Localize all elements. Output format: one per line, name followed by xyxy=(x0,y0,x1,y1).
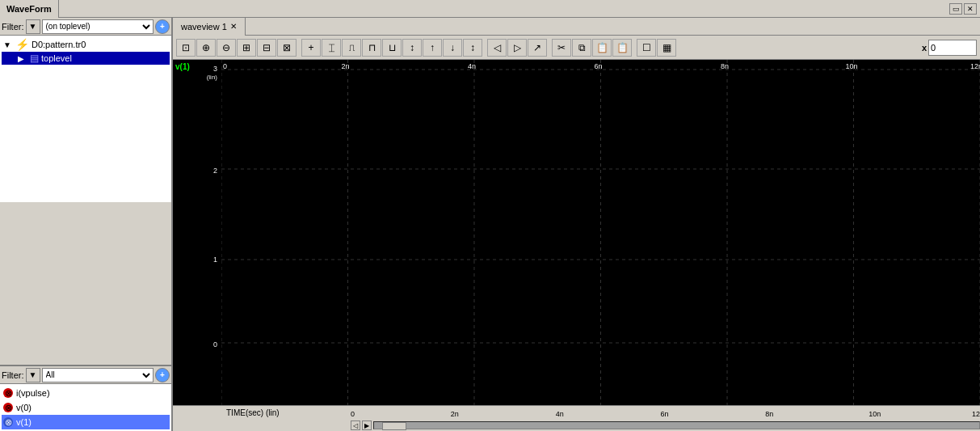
signal-y-label: v(1) xyxy=(175,61,191,72)
right-panel: waveview 1 ✕ ⊡ ⊕ ⊖ ⊞ ⊟ ⊠ + ⌶ ⎍ ⊓ ⊔ ↕ ↑ ↓… xyxy=(173,18,980,431)
left-spacer xyxy=(0,202,171,366)
signal-dot-ivpulse: ⊗ xyxy=(3,388,13,398)
signal-item-v1[interactable]: ⊗ v(1) xyxy=(2,415,170,429)
signal-dot-v0: ⊗ xyxy=(3,403,13,412)
title-bar: WaveForm ▭ ✕ xyxy=(0,0,980,18)
zoom-in-x-button[interactable]: ⊞ xyxy=(237,39,256,57)
toolbar: ⊡ ⊕ ⊖ ⊞ ⊟ ⊠ + ⌶ ⎍ ⊓ ⊔ ↕ ↑ ↓ ↕ ◁ ▷ ↗ ✂ ⧉ … xyxy=(173,36,980,60)
svg-text:3: 3 xyxy=(213,65,217,73)
cursor-prev-button[interactable]: ◁ xyxy=(487,39,507,57)
scrollbar-row: ◁ ▶ xyxy=(173,420,980,431)
cursor-both-button[interactable]: ↕ xyxy=(463,39,482,57)
scrollbar-left-spacer xyxy=(173,420,351,431)
filter-menu-button-bottom[interactable]: ▼ xyxy=(26,368,40,382)
scrollbar-area: ◁ ▶ xyxy=(351,420,980,431)
x-input-group: x xyxy=(922,40,977,56)
svg-text:0: 0 xyxy=(213,340,217,349)
time-axis-text: TIME(sec) (lin) xyxy=(176,408,280,417)
tree-expand-toplevel[interactable]: ▶ xyxy=(18,54,27,63)
zoom-out-button[interactable]: ⊖ xyxy=(217,39,236,57)
svg-text:8n: 8n xyxy=(765,410,773,418)
cursor-down-button[interactable]: ⊔ xyxy=(382,39,402,57)
svg-text:12n: 12n xyxy=(970,62,980,70)
tree-item-toplevel[interactable]: ▶ ▤ toplevel xyxy=(2,52,170,65)
cursor-vert-button[interactable]: ↕ xyxy=(402,39,422,57)
filter-dropdown-bottom[interactable]: All xyxy=(42,368,154,382)
x-label: x xyxy=(922,43,927,53)
cursor-next-button[interactable]: ▷ xyxy=(507,39,527,57)
cursor-rise-button[interactable]: ↑ xyxy=(423,39,442,57)
cursor-fall-button[interactable]: ↓ xyxy=(443,39,462,57)
time-ticks-svg: 0 2n 4n 6n 8n 10n 12n xyxy=(351,406,980,420)
time-axis-label: TIME(sec) (lin) xyxy=(173,406,351,420)
filter-label-bottom: Filter: xyxy=(2,370,24,380)
wave-opts-button[interactable]: ▦ xyxy=(657,39,676,57)
zoom-out-x-button[interactable]: ⊟ xyxy=(257,39,276,57)
tree-label-toplevel: toplevel xyxy=(41,53,72,63)
cut-button[interactable]: ✂ xyxy=(552,39,571,57)
signal-item-ivpulse[interactable]: ⊗ i(vpulse) xyxy=(2,386,170,400)
filter-label-top: Filter: xyxy=(2,22,24,32)
app-title: WaveForm xyxy=(6,4,52,14)
cursor-step-button[interactable]: ⎍ xyxy=(342,39,361,57)
svg-text:6n: 6n xyxy=(661,410,669,418)
signal-dot-v1: ⊗ xyxy=(3,417,13,427)
left-panel: Filter: ▼ (on toplevel) + ▼ ⚡ D0:pattern… xyxy=(0,18,173,431)
cursor-bar-button[interactable]: ⌶ xyxy=(322,39,341,57)
svg-text:2: 2 xyxy=(213,167,217,175)
tree-area: ▼ ⚡ D0:pattern.tr0 ▶ ▤ toplevel xyxy=(0,36,171,202)
module-icon: ▤ xyxy=(30,53,39,64)
signal-label-v0: v(0) xyxy=(16,403,32,412)
scroll-left-button[interactable]: ◁ xyxy=(351,420,360,430)
zoom-fit-button[interactable]: ⊡ xyxy=(176,39,196,57)
signal-list: ⊗ i(vpulse) ⊗ v(0) ⊗ v(1) xyxy=(0,384,171,431)
svg-text:8n: 8n xyxy=(721,62,729,70)
paste-button[interactable]: 📋 xyxy=(592,39,612,57)
title-controls: ▭ ✕ xyxy=(949,3,980,15)
main-layout: Filter: ▼ (on toplevel) + ▼ ⚡ D0:pattern… xyxy=(0,18,980,431)
scroll-track[interactable] xyxy=(373,421,980,429)
time-axis-row: TIME(sec) (lin) 0 2n 4n 6n 8n 10n 12n xyxy=(173,405,980,420)
app-title-tab[interactable]: WaveForm xyxy=(0,0,59,18)
sim-icon: ⚡ xyxy=(15,38,29,51)
svg-text:2n: 2n xyxy=(342,62,350,70)
svg-text:10n: 10n xyxy=(845,62,857,70)
svg-text:2n: 2n xyxy=(451,410,459,418)
cursor-edge-button[interactable]: ↗ xyxy=(528,39,547,57)
svg-text:0: 0 xyxy=(351,410,355,418)
scroll-play-button[interactable]: ▶ xyxy=(362,420,372,430)
zoom-reset-button[interactable]: ⊠ xyxy=(277,39,297,57)
svg-text:1: 1 xyxy=(213,256,217,264)
tab-close-button[interactable]: ✕ xyxy=(230,22,237,31)
y-axis-strip: v(1) 3 (lin) 2 1 0 -1 xyxy=(173,60,221,405)
filter-add-button-bottom[interactable]: + xyxy=(155,368,170,382)
tree-item-d0[interactable]: ▼ ⚡ D0:pattern.tr0 xyxy=(2,37,170,52)
waveform-svg: 0 2n 4n 6n 8n 10n 12n xyxy=(221,60,980,405)
zoom-in-button[interactable]: ⊕ xyxy=(196,39,216,57)
signal-item-v0[interactable]: ⊗ v(0) xyxy=(2,400,170,415)
cursor-up-button[interactable]: ⊓ xyxy=(362,39,381,57)
filter-add-button-top[interactable]: + xyxy=(155,19,170,34)
svg-text:12n: 12n xyxy=(972,410,980,418)
filter-dropdown-top[interactable]: (on toplevel) xyxy=(42,19,154,34)
add-marker-button[interactable]: + xyxy=(301,39,321,57)
tree-label-d0: D0:pattern.tr0 xyxy=(32,40,86,49)
time-axis-ticks: 0 2n 4n 6n 8n 10n 12n xyxy=(351,406,980,420)
filter-menu-button-top[interactable]: ▼ xyxy=(26,19,40,34)
waveview-tab[interactable]: waveview 1 ✕ xyxy=(173,18,246,36)
scroll-thumb[interactable] xyxy=(382,422,406,430)
svg-text:4n: 4n xyxy=(556,410,564,418)
clear-button[interactable]: ☐ xyxy=(637,39,656,57)
waveform-canvas-area[interactable]: 0 2n 4n 6n 8n 10n 12n xyxy=(221,60,980,405)
filter-bar-bottom: Filter: ▼ All + xyxy=(0,366,171,384)
paste2-button[interactable]: 📋 xyxy=(612,39,632,57)
signal-label-ivpulse: i(vpulse) xyxy=(16,388,50,398)
close-button[interactable]: ✕ xyxy=(964,3,977,15)
x-value-input[interactable] xyxy=(928,40,977,56)
filter-bar-top: Filter: ▼ (on toplevel) + xyxy=(0,18,171,36)
tree-expand-d0[interactable]: ▼ xyxy=(3,40,13,49)
copy-button[interactable]: ⧉ xyxy=(572,39,591,57)
signal-label-v1: v(1) xyxy=(16,417,32,427)
svg-text:0: 0 xyxy=(223,62,227,70)
restore-button[interactable]: ▭ xyxy=(949,3,962,15)
